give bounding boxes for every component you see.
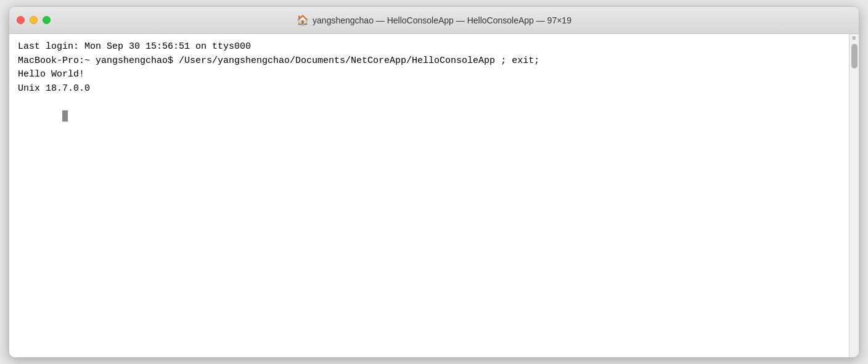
close-button[interactable] — [17, 16, 25, 24]
title-text: yangshengchao — HelloConsoleApp — HelloC… — [313, 15, 571, 25]
terminal-cursor-line — [18, 96, 840, 138]
house-icon: 🏠 — [297, 14, 309, 26]
terminal-line-1: Last login: Mon Sep 30 15:56:51 on ttys0… — [18, 40, 840, 54]
terminal-line-4: Unix 18.7.0.0 — [18, 82, 840, 96]
titlebar: 🏠 yangshengchao — HelloConsoleApp — Hell… — [9, 7, 859, 34]
terminal-window: 🏠 yangshengchao — HelloConsoleApp — Hell… — [9, 6, 859, 358]
scrollbar-thumb[interactable] — [851, 44, 858, 68]
terminal-line-3: Hello World! — [18, 68, 840, 82]
terminal-body[interactable]: Last login: Mon Sep 30 15:56:51 on ttys0… — [9, 34, 849, 357]
terminal-line-2: MacBook-Pro:~ yangshengchao$ /Users/yang… — [18, 54, 840, 68]
traffic-lights — [17, 16, 51, 24]
scrollbar[interactable]: ≡ — [849, 34, 859, 357]
scroll-icon: ≡ — [853, 35, 856, 41]
terminal-content-area: Last login: Mon Sep 30 15:56:51 on ttys0… — [9, 34, 859, 357]
maximize-button[interactable] — [43, 16, 51, 24]
window-title: 🏠 yangshengchao — HelloConsoleApp — Hell… — [297, 14, 571, 26]
terminal-cursor — [62, 110, 68, 122]
minimize-button[interactable] — [30, 16, 38, 24]
